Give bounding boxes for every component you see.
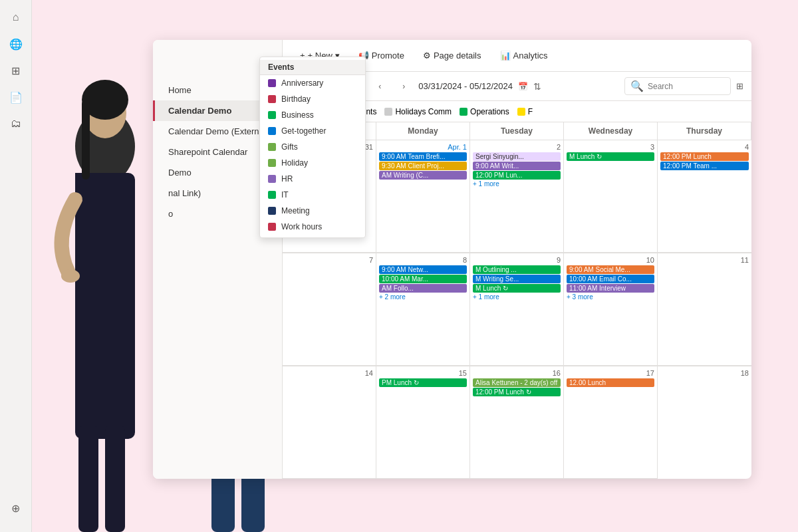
add-icon[interactable]: ⊕ <box>5 497 27 519</box>
more-link[interactable]: + 1 more <box>473 180 561 188</box>
week-row-2: 7 8 9:00 AM Netw... 10:00 AM Mar... AM F… <box>283 253 751 366</box>
day-header-wednesday: Wednesday <box>564 122 658 140</box>
event-chip[interactable]: PM Lunch ↻ <box>379 378 467 387</box>
more-link[interactable]: + 3 more <box>567 293 654 301</box>
cal-cell-mon-3: 15 PM Lunch ↻ <box>376 366 470 479</box>
gear-icon: ⚙ <box>423 51 431 61</box>
sort-icon[interactable]: ⇅ <box>533 81 541 92</box>
dropdown-item-business[interactable]: Business <box>260 107 365 123</box>
event-chip[interactable]: 12:00 PM Lunch ↻ <box>473 388 561 396</box>
view-toggle-icon[interactable]: ⊞ <box>736 81 743 91</box>
dropdown-item-birthday[interactable]: Birthday <box>260 91 365 107</box>
dropdown-item-get-together[interactable]: Get-together <box>260 123 365 139</box>
event-chip[interactable]: 9:00 AM Writ... <box>473 162 561 170</box>
next-button[interactable]: › <box>394 77 413 96</box>
event-chip[interactable]: 9:30 AM Client Proj... <box>379 162 467 170</box>
dropdown-item-it[interactable]: IT <box>260 187 365 203</box>
day-header-thursday: Thursday <box>658 122 751 140</box>
database-icon[interactable]: 🗂 <box>5 113 27 134</box>
event-chip-alisa[interactable]: Alisa Kettunen - 2 day(s) off <box>473 378 561 387</box>
more-link[interactable]: + 2 more <box>379 293 467 301</box>
event-chip[interactable]: 9:00 AM Social Me... <box>567 265 654 274</box>
dropdown-item-holiday[interactable]: Holiday <box>260 155 365 171</box>
filter-checkbox-operations[interactable]: Operations <box>460 107 509 116</box>
cal-cell-sun-3: 14 <box>283 366 376 479</box>
globe-icon[interactable]: 🌐 <box>5 33 27 55</box>
filter-checkbox-f[interactable]: F <box>517 107 533 116</box>
dropdown-item-anniversary[interactable]: Anniversary <box>260 75 365 91</box>
events-dropdown: Events Anniversary Birthday Business Get… <box>259 57 366 238</box>
dropdown-item-gifts[interactable]: Gifts <box>260 139 365 155</box>
cal-cell-mon-2: 8 9:00 AM Netw... 10:00 AM Mar... AM Fol… <box>376 253 470 366</box>
grid-icon[interactable]: ⊞ <box>5 60 27 81</box>
doc-icon[interactable]: 📄 <box>5 86 27 108</box>
dropdown-header: Events <box>260 60 365 75</box>
event-chip[interactable]: M Lunch ↻ <box>473 284 561 293</box>
event-chip[interactable]: 9:00 AM Netw... <box>379 265 467 274</box>
event-chip[interactable]: M Outlining ... <box>473 265 561 274</box>
cal-cell-wed-1: 3 M Lunch ↻ <box>564 140 658 253</box>
search-icon: 🔍 <box>630 80 644 92</box>
event-chip[interactable]: 11:00 AM Interview <box>567 284 654 293</box>
cal-cell-sun-2: 7 <box>283 253 376 366</box>
event-chip[interactable]: 10:00 AM Mar... <box>379 275 467 283</box>
analytics-button[interactable]: 📊 Analytics <box>493 48 555 63</box>
date-range: 03/31/2024 - 05/12/2024 <box>418 81 513 91</box>
event-chip[interactable]: 10:00 AM Email Co... <box>567 275 654 283</box>
page-details-button[interactable]: ⚙ Page details <box>416 48 488 63</box>
event-chip[interactable]: AM Follo... <box>379 284 467 293</box>
filter-checkbox-holidays[interactable]: Holidays Comm <box>384 107 452 116</box>
home-icon[interactable]: ⌂ <box>5 7 27 28</box>
event-chip[interactable]: 12:00 PM Team ... <box>660 162 749 170</box>
event-chip[interactable]: 9:00 AM Team Brefi... <box>379 152 467 161</box>
cal-cell-mon-1: Apr. 1 9:00 AM Team Brefi... 9:30 AM Cli… <box>376 140 470 253</box>
cal-cell-thu-3: 18 <box>658 366 751 479</box>
search-box[interactable]: 🔍 <box>624 77 731 95</box>
day-header-monday: Monday <box>376 122 470 140</box>
cal-cell-tue-1: 2 Sergi Sinyugin... 9:00 AM Writ... 12:0… <box>470 140 564 253</box>
main-card: 𝓦 Home Calendar Demo Calendar Demo (Exte… <box>153 40 751 479</box>
cal-cell-wed-3: 17 12.00 Lunch <box>564 366 658 479</box>
chart-icon: 📊 <box>500 51 511 61</box>
week-row-3: 14 15 PM Lunch ↻ 16 Alisa Kettunen - 2 d… <box>283 366 751 479</box>
dropdown-item-hr[interactable]: HR <box>260 171 365 187</box>
date-picker-icon[interactable]: 📅 <box>518 82 528 91</box>
cal-cell-thu-1: 4 12:00 PM Lunch 12:00 PM Team ... <box>658 140 751 253</box>
event-chip-lunch[interactable]: 12.00 Lunch <box>567 378 654 387</box>
prev-button[interactable]: ‹ <box>370 77 389 96</box>
cal-cell-thu-2: 11 <box>658 253 751 366</box>
cal-cell-wed-2: 10 9:00 AM Social Me... 10:00 AM Email C… <box>564 253 658 366</box>
narrow-sidebar: ⌂ 🌐 ⊞ 📄 🗂 ⊕ <box>0 0 32 532</box>
cal-cell-tue-2: 9 M Outlining ... M Writing Se... M Lunc… <box>470 253 564 366</box>
more-link[interactable]: + 1 more <box>473 293 561 301</box>
event-chip[interactable]: Sergi Sinyugin... <box>473 152 561 161</box>
event-chip[interactable]: 12:00 PM Lun... <box>473 171 561 180</box>
search-input[interactable] <box>648 82 728 91</box>
event-chip[interactable]: M Lunch ↻ <box>567 152 654 161</box>
event-chip[interactable]: 12:00 PM Lunch <box>660 152 749 161</box>
event-chip[interactable]: AM Writing (C... <box>379 171 467 180</box>
cal-cell-tue-3: 16 Alisa Kettunen - 2 day(s) off 12:00 P… <box>470 366 564 479</box>
day-header-tuesday: Tuesday <box>470 122 564 140</box>
dropdown-item-work-hours[interactable]: Work hours <box>260 219 365 235</box>
dropdown-item-meeting[interactable]: Meeting <box>260 203 365 219</box>
event-chip[interactable]: M Writing Se... <box>473 275 561 283</box>
